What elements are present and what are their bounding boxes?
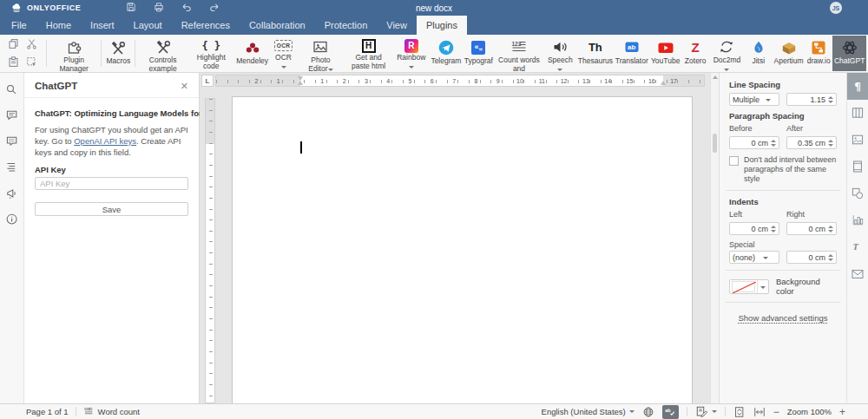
track-changes-button[interactable] [695, 405, 717, 418]
set-language-button[interactable] [642, 406, 654, 418]
plugin-speech[interactable]: Speech [543, 36, 576, 71]
fit-to-page-button[interactable] [733, 406, 746, 418]
word-count-button[interactable]: 123 Word count [83, 406, 140, 417]
right-strip-shape-settings[interactable] [847, 180, 868, 207]
left-indent-marker[interactable] [298, 81, 303, 85]
left-strip-chat[interactable] [3, 134, 21, 151]
titlebar-undo[interactable] [180, 2, 194, 14]
plugin-doc2md[interactable]: Doc2md [709, 36, 745, 71]
special-amount-spinner[interactable]: 0 cm [786, 251, 837, 264]
tab-insert[interactable]: Insert [81, 16, 124, 35]
fit-to-width-button[interactable] [753, 406, 766, 418]
plugin-jitsi[interactable]: Jitsi [745, 36, 773, 71]
clipboard-copy[interactable] [4, 36, 23, 54]
left-strip-feedback[interactable] [3, 186, 21, 203]
left-strip-navigation[interactable] [3, 160, 21, 177]
document-page[interactable] [232, 96, 693, 403]
tab-protection[interactable]: Protection [315, 16, 378, 35]
spacing-before-spinner[interactable]: 0 cm [729, 136, 779, 149]
spinner-arrows-icon[interactable] [828, 254, 833, 261]
document-language-button[interactable]: English (United States) [542, 407, 635, 416]
tab-layout[interactable]: Layout [124, 16, 172, 35]
save-button[interactable]: Save [35, 202, 188, 216]
tab-view[interactable]: View [377, 16, 417, 35]
plugin-telegram[interactable]: Telegram [430, 36, 463, 71]
right-indent-marker[interactable] [661, 81, 666, 85]
right-strip-paragraph-settings[interactable]: ¶ [847, 73, 868, 100]
plugin-highlight-code[interactable]: { } Highlight code [187, 36, 235, 71]
show-advanced-settings-link[interactable]: Show advanced settings [729, 313, 837, 323]
document-area: L 211234567891011121314151617 [200, 73, 719, 403]
tab-collaboration[interactable]: Collaboration [240, 16, 315, 35]
plugin-plugin-manager[interactable]: Plugin Manager [49, 36, 99, 71]
background-color-picker[interactable] [729, 279, 769, 294]
plugin-thesaurus[interactable]: Th Thesaurus [576, 36, 614, 71]
clipboard-cut[interactable] [23, 36, 41, 54]
line-spacing-amount-spinner[interactable]: 1.15 [786, 93, 837, 106]
plugin-get-and-paste-html[interactable]: H Get and paste html [344, 36, 393, 71]
tab-home[interactable]: Home [36, 16, 81, 35]
right-strip-headerfooter-settings[interactable] [847, 154, 868, 180]
vertical-scrollbar[interactable] [710, 73, 719, 403]
indent-right-spinner[interactable]: 0 cm [786, 222, 837, 235]
plugin-mendeley[interactable]: Mendeley [235, 36, 270, 71]
scroll-up-arrow[interactable] [713, 75, 718, 79]
api-key-input[interactable] [35, 177, 188, 190]
right-strip-chart-settings[interactable] [847, 207, 868, 234]
plugin-draw-io[interactable]: draw.io [805, 36, 832, 71]
titlebar-print[interactable] [152, 2, 166, 14]
chevron-down-icon [281, 66, 286, 69]
spinner-arrows-icon[interactable] [771, 226, 776, 232]
scrollbar-thumb[interactable] [713, 134, 717, 153]
plugin-macros[interactable]: Macros [104, 36, 132, 71]
right-strip-textart-settings[interactable]: T [847, 234, 868, 261]
spinner-arrows-icon[interactable] [828, 96, 833, 103]
clipboard-select-all[interactable] [23, 54, 41, 72]
titlebar-redo[interactable] [207, 2, 221, 14]
line-spacing-select[interactable]: Multiple [729, 93, 779, 106]
spinner-arrows-icon[interactable] [828, 226, 833, 232]
plugin-controls-example[interactable]: Controls example [138, 36, 187, 71]
clipboard-paste[interactable] [4, 54, 23, 72]
left-strip-comments[interactable] [3, 108, 21, 125]
page-number-indicator[interactable]: Page 1 of 1 [26, 407, 69, 416]
spacing-after-spinner[interactable]: 0.35 cm [786, 136, 837, 149]
spinner-arrows-icon[interactable] [828, 140, 833, 147]
plugin-photo-editor[interactable]: Photo Editor [298, 36, 345, 71]
close-icon[interactable]: ✕ [181, 82, 188, 90]
indent-left-spinner[interactable]: 0 cm [729, 222, 779, 235]
plugin-rainbow[interactable]: R Rainbow [393, 36, 430, 71]
left-strip-about[interactable] [3, 212, 21, 229]
plugin-count-words-and-characters[interactable]: 123 Count words and characters [495, 36, 544, 71]
vertical-ruler[interactable] [205, 98, 215, 403]
openai-api-keys-link[interactable]: OpenAI API keys [74, 136, 136, 146]
horizontal-ruler[interactable]: 211234567891011121314151617 [215, 75, 705, 87]
tab-file[interactable]: File [2, 16, 36, 35]
plugin-ocr[interactable]: OCR OCR [270, 36, 298, 71]
tab-plugins[interactable]: Plugins [417, 16, 467, 35]
plugin-chatgpt[interactable]: ChatGPT [832, 36, 866, 71]
plugin-youtube[interactable]: YouTube [649, 36, 681, 71]
zoom-out-button[interactable]: − [773, 408, 779, 416]
titlebar-save[interactable] [124, 2, 138, 14]
textart-icon: T [851, 240, 865, 256]
tab-references[interactable]: References [172, 16, 240, 35]
right-strip-image-settings[interactable] [847, 127, 868, 154]
right-strip-mailmerge[interactable] [847, 261, 868, 288]
plugin-typograf[interactable]: «„ Typograf [463, 36, 495, 71]
right-strip-table-settings[interactable] [847, 100, 868, 127]
plugin-translator[interactable]: ab Translator [614, 36, 649, 71]
spellcheck-toggle[interactable]: ab [662, 405, 679, 419]
special-indent-select[interactable]: (none) [729, 251, 779, 264]
avatar[interactable]: JS [830, 2, 842, 14]
same-style-interval-checkbox[interactable]: Don't add interval between paragraphs of… [729, 155, 837, 184]
table-icon [851, 106, 865, 121]
zoom-in-button[interactable]: + [839, 408, 845, 416]
tab-stop-selector[interactable]: L [201, 75, 214, 87]
comments-icon [5, 108, 19, 124]
left-strip-find[interactable] [3, 82, 21, 99]
spinner-arrows-icon[interactable] [771, 140, 776, 147]
plugin-zotero[interactable]: Z Zotero [681, 36, 709, 71]
checkbox-icon[interactable] [729, 156, 739, 166]
plugin-apertium[interactable]: Apertium [773, 36, 805, 71]
